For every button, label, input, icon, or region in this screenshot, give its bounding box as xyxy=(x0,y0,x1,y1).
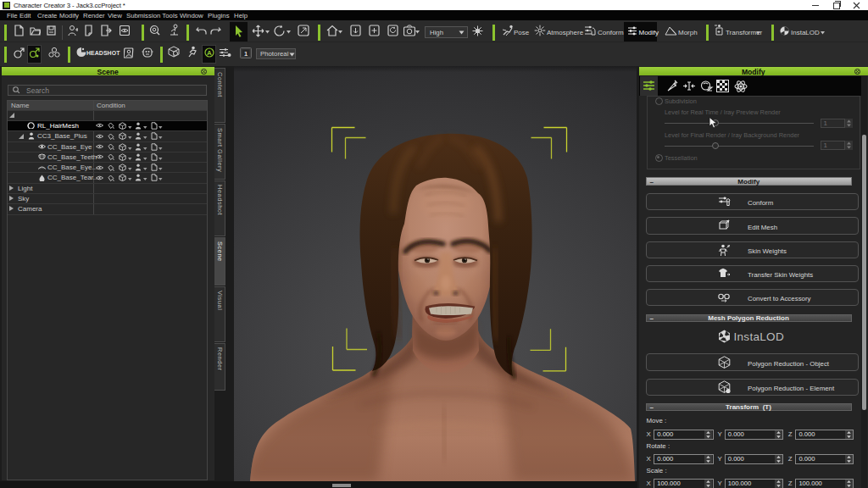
svg-text:1: 1 xyxy=(244,50,248,58)
svg-text:A: A xyxy=(207,49,212,57)
